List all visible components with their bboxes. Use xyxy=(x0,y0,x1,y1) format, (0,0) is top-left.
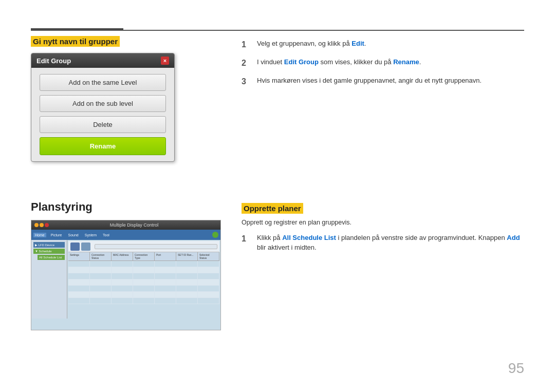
page-container: Gi nytt navn til grupper Edit Group × Ad… xyxy=(0,0,555,392)
lower-right-column: Opprette planer Opprett og registrer en … xyxy=(242,200,524,330)
ss-th-mac: MAC Address xyxy=(112,252,133,260)
opprette-planer-heading: Opprette planer xyxy=(242,203,303,214)
lower-section: Planstyring Multiple Display Control Hom… xyxy=(31,200,524,330)
ss-th-settings: Settings xyxy=(68,252,90,260)
instruction-2: 2 I vinduet Edit Group som vises, klikke… xyxy=(242,57,524,69)
dialog-title: Edit Group xyxy=(36,57,71,65)
ss-toolbar-icons xyxy=(70,242,90,251)
table-row xyxy=(68,298,219,304)
ss-td xyxy=(133,267,155,273)
ss-th-setid: SET ID Ran... xyxy=(176,252,198,260)
sub-level-button[interactable]: Add on the sub level xyxy=(40,95,166,112)
same-level-button[interactable]: Add on the same Level xyxy=(40,74,166,91)
ss-nav-sound: Sound xyxy=(66,233,80,237)
dialog-close-button[interactable]: × xyxy=(161,57,169,65)
instruction-3: 3 Hvis markøren vises i det gamle gruppe… xyxy=(242,76,524,88)
ss-search-bar xyxy=(95,244,217,249)
ss-schedule: ▼ Schedule xyxy=(33,249,65,254)
instruction-1: 1 Velg et gruppenavn, og klikk på Edit. xyxy=(242,39,524,51)
ss-title: Multiple Display Control xyxy=(51,222,217,228)
lower-instruction-1: 1 Klikk på All Schedule List i plandelen… xyxy=(242,233,524,253)
lower-instruction-1-text: Klikk på All Schedule List i plandelen p… xyxy=(257,233,524,253)
ss-th-type: Connection Type xyxy=(133,252,155,260)
ss-close-dot xyxy=(45,223,49,227)
ss-lfd-device: ▶ LFD Device xyxy=(33,242,65,248)
ss-td xyxy=(90,267,112,273)
ss-td xyxy=(176,267,198,273)
upper-section: Gi nytt navn til grupper Edit Group × Ad… xyxy=(31,36,524,162)
upper-right-column: 1 Velg et gruppenavn, og klikk på Edit. … xyxy=(242,36,524,162)
lower-instruction-1-num: 1 xyxy=(242,233,251,253)
instruction-2-num: 2 xyxy=(242,57,251,69)
delete-button[interactable]: Delete xyxy=(40,116,166,133)
ss-td xyxy=(112,261,133,267)
ss-nav-home: Home xyxy=(33,233,46,237)
instruction-3-num: 3 xyxy=(242,76,251,88)
ss-minimize-dot xyxy=(34,223,39,227)
ss-td xyxy=(155,267,176,273)
ss-td xyxy=(155,261,176,267)
ss-td xyxy=(68,261,90,267)
instruction-3-text: Hvis markøren vises i det gamle gruppena… xyxy=(257,76,482,88)
table-row xyxy=(68,261,219,267)
ss-toolbar xyxy=(68,241,219,252)
instruction-1-num: 1 xyxy=(242,39,251,51)
upper-left-column: Gi nytt navn til grupper Edit Group × Ad… xyxy=(31,36,221,162)
ss-td xyxy=(198,261,219,267)
ss-content: ▶ LFD Device ▼ Schedule All Schedule Lis… xyxy=(31,240,220,319)
ss-status-dot xyxy=(212,232,218,238)
edit-group-dialog: Edit Group × Add on the same Level Add o… xyxy=(31,53,175,162)
ss-td xyxy=(198,267,219,273)
ss-titlebar: Multiple Display Control xyxy=(31,220,220,230)
planstyring-heading: Planstyring xyxy=(31,200,221,214)
rename-button[interactable]: Rename xyxy=(40,137,166,155)
ss-all-schedule: All Schedule List xyxy=(38,255,65,260)
ss-td xyxy=(133,261,155,267)
ss-th-port: Port xyxy=(155,252,176,260)
table-row xyxy=(68,286,219,292)
ss-nav-system: System xyxy=(83,233,98,237)
dialog-titlebar: Edit Group × xyxy=(31,53,174,68)
screenshot-mockup: Multiple Display Control Home Picture So… xyxy=(31,220,221,330)
table-row xyxy=(68,292,219,298)
table-row xyxy=(68,279,219,286)
ss-icon-2 xyxy=(81,242,90,251)
ss-th-selected: Selected Status xyxy=(198,252,219,260)
ss-td xyxy=(90,261,112,267)
ss-th-connection: Connection Status xyxy=(90,252,112,260)
instruction-2-text: I vinduet Edit Group som vises, klikker … xyxy=(257,57,421,69)
ss-nav-picture: Picture xyxy=(49,233,64,237)
page-number: 95 xyxy=(508,360,524,377)
ss-td xyxy=(112,267,133,273)
ss-main: Settings Connection Status MAC Address C… xyxy=(67,240,220,319)
ss-maximize-dot xyxy=(40,223,44,227)
ss-td xyxy=(68,267,90,273)
ss-icon-1 xyxy=(70,242,80,251)
instruction-1-text: Velg et gruppenavn, og klikk på Edit. xyxy=(257,39,366,51)
gi-nytt-navn-heading: Gi nytt navn til grupper xyxy=(31,36,120,47)
lower-left-column: Planstyring Multiple Display Control Hom… xyxy=(31,200,221,330)
ss-nav-tool: Tool xyxy=(101,233,111,237)
ss-nav: Home Picture Sound System Tool xyxy=(31,230,220,240)
dialog-body: Add on the same Level Add on the sub lev… xyxy=(31,68,174,161)
ss-td xyxy=(176,261,198,267)
ss-close-dots xyxy=(34,223,49,227)
table-row xyxy=(68,267,219,273)
opprette-intro: Opprett og registrer en plan gruppevis. xyxy=(242,218,524,228)
ss-sidebar: ▶ LFD Device ▼ Schedule All Schedule Lis… xyxy=(31,240,67,319)
table-row xyxy=(68,273,219,279)
ss-table-header: Settings Connection Status MAC Address C… xyxy=(68,252,219,261)
